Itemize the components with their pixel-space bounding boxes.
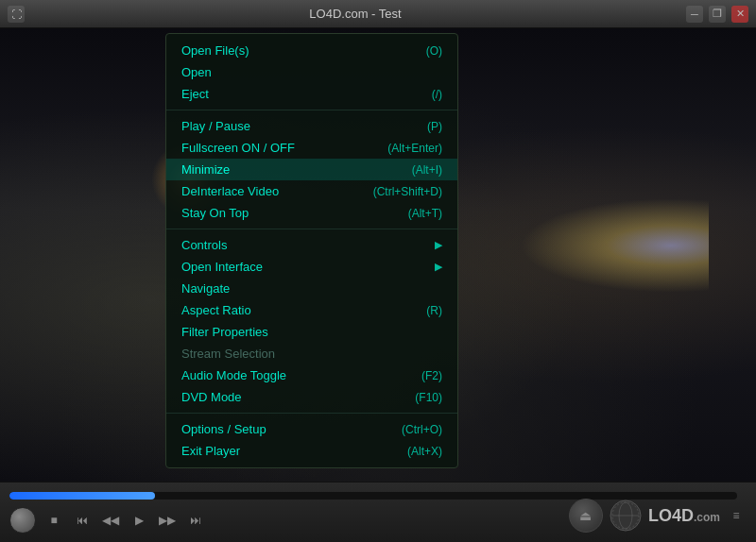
restore-btn[interactable]: ❐ <box>709 6 726 23</box>
context-menu: Open File(s) (O) Open Eject (/) Play / P… <box>165 33 458 468</box>
menu-item-filter-properties[interactable]: Filter Properties <box>166 321 457 343</box>
menu-item-open[interactable]: Open <box>166 61 457 83</box>
menu-separator-3 <box>166 413 457 414</box>
menu-shortcut-fullscreen: (Alt+Enter) <box>387 142 442 155</box>
right-controls: ⏏ LO4D.com ≡ <box>569 499 747 533</box>
menu-item-stream-selection: Stream Selection <box>166 343 457 364</box>
menu-shortcut-minimize: (Alt+I) <box>412 163 442 177</box>
menu-shortcut-audio-mode: (F2) <box>421 369 442 382</box>
menu-label-open-interface: Open Interface <box>181 260 263 274</box>
title-bar: ⛶ LO4D.com - Test ─ ❐ ✕ <box>0 0 756 28</box>
menu-label-dvd-mode: DVD Mode <box>181 390 242 404</box>
menu-label-controls: Controls <box>181 238 227 252</box>
menu-item-minimize[interactable]: Minimize (Alt+I) <box>166 159 457 180</box>
rewind-btn[interactable]: ◀◀ <box>100 510 121 531</box>
lo4d-globe-icon <box>609 499 643 533</box>
volume-knob[interactable] <box>9 507 36 534</box>
fullscreen-btn[interactable]: ⛶ <box>8 6 25 23</box>
menu-item-deinterlace[interactable]: DeInterlace Video (Ctrl+Shift+D) <box>166 180 457 202</box>
lo4d-logo: LO4D.com <box>648 506 720 526</box>
menu-label-audio-mode: Audio Mode Toggle <box>181 368 286 382</box>
menu-label-exit-player: Exit Player <box>181 444 240 458</box>
menu-label-navigate: Navigate <box>181 281 230 296</box>
menu-label-stream-selection: Stream Selection <box>181 347 275 361</box>
prev-btn[interactable]: ⏮ <box>72 510 93 531</box>
play-btn[interactable]: ▶ <box>129 510 149 531</box>
menu-item-stay-on-top[interactable]: Stay On Top (Alt+T) <box>166 202 457 224</box>
menu-separator-1 <box>166 110 457 110</box>
window-controls: ─ ❐ ✕ <box>686 6 748 23</box>
menu-shortcut-options: (Ctrl+O) <box>402 423 442 436</box>
lo4d-domain: .com <box>694 511 720 524</box>
menu-label-options: Options / Setup <box>181 422 266 436</box>
progress-fill <box>9 492 155 500</box>
playback-controls-row: ■ ⏮ ◀◀ ▶ ▶▶ ⏭ ⏏ LO4D.com ≡ <box>9 507 747 534</box>
title-left-controls: ⛶ <box>8 6 25 23</box>
next-btn[interactable]: ⏭ <box>185 510 206 531</box>
menu-label-open-files: Open File(s) <box>181 43 249 58</box>
menu-item-exit-player[interactable]: Exit Player (Alt+X) <box>166 440 457 462</box>
menu-label-minimize: Minimize <box>181 162 230 177</box>
menu-label-deinterlace: DeInterlace Video <box>181 184 279 198</box>
menu-shortcut-aspect-ratio: (R) <box>426 304 442 317</box>
menu-item-open-interface[interactable]: Open Interface ▶ <box>166 256 457 278</box>
menu-item-fullscreen[interactable]: Fullscreen ON / OFF (Alt+Enter) <box>166 137 457 159</box>
menu-shortcut-open-files: (O) <box>426 44 442 58</box>
stop-btn[interactable]: ■ <box>43 510 64 531</box>
menu-shortcut-eject: (/) <box>432 88 442 101</box>
menu-separator-2 <box>166 229 457 229</box>
menu-shortcut-exit-player: (Alt+X) <box>407 445 442 458</box>
menu-item-aspect-ratio[interactable]: Aspect Ratio (R) <box>166 299 457 321</box>
car-lights-effect <box>520 198 709 293</box>
window-title: LO4D.com - Test <box>25 7 686 21</box>
menu-item-options[interactable]: Options / Setup (Ctrl+O) <box>166 418 457 440</box>
menu-item-play-pause[interactable]: Play / Pause (P) <box>166 115 457 137</box>
controls-bar: ■ ⏮ ◀◀ ▶ ▶▶ ⏭ ⏏ LO4D.com ≡ <box>0 482 756 542</box>
eject-icon: ⏏ <box>579 508 592 523</box>
menu-item-open-files[interactable]: Open File(s) (O) <box>166 40 457 61</box>
menu-shortcut-stay-on-top: (Alt+T) <box>408 207 442 220</box>
menu-label-aspect-ratio: Aspect Ratio <box>181 303 251 317</box>
menu-item-navigate[interactable]: Navigate <box>166 278 457 299</box>
menu-shortcut-dvd-mode: (F10) <box>415 391 442 404</box>
controls-arrow-icon: ▶ <box>435 239 442 251</box>
close-btn[interactable]: ✕ <box>731 6 748 23</box>
ff-btn[interactable]: ▶▶ <box>157 510 178 531</box>
open-interface-arrow-icon: ▶ <box>435 261 442 273</box>
video-area: Open File(s) (O) Open Eject (/) Play / P… <box>0 28 756 482</box>
menu-label-fullscreen: Fullscreen ON / OFF <box>181 141 295 155</box>
menu-item-audio-mode[interactable]: Audio Mode Toggle (F2) <box>166 364 457 386</box>
menu-shortcut-play-pause: (P) <box>427 120 442 133</box>
menu-item-dvd-mode[interactable]: DVD Mode (F10) <box>166 386 457 408</box>
eq-icon[interactable]: ≡ <box>726 505 747 526</box>
menu-label-eject: Eject <box>181 87 209 101</box>
menu-label-stay-on-top: Stay On Top <box>181 206 249 220</box>
menu-label-play-pause: Play / Pause <box>181 119 250 133</box>
menu-item-controls[interactable]: Controls ▶ <box>166 234 457 256</box>
eject-icon-btn[interactable]: ⏏ <box>569 499 603 533</box>
menu-label-open: Open <box>181 65 212 79</box>
menu-item-eject[interactable]: Eject (/) <box>166 83 457 105</box>
menu-shortcut-deinterlace: (Ctrl+Shift+D) <box>373 185 442 198</box>
menu-label-filter-properties: Filter Properties <box>181 325 268 339</box>
minimize-btn[interactable]: ─ <box>686 6 703 23</box>
